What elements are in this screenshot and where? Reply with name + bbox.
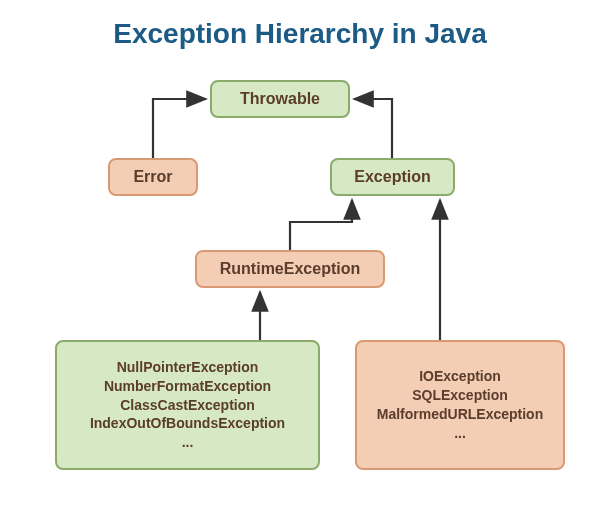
- unchecked-item: NullPointerException: [117, 358, 259, 377]
- node-exception-label: Exception: [354, 168, 430, 186]
- unchecked-item: NumberFormatException: [104, 377, 271, 396]
- unchecked-item: IndexOutOfBoundsException: [90, 414, 285, 433]
- node-throwable: Throwable: [210, 80, 350, 118]
- node-runtime-exception-label: RuntimeException: [220, 260, 360, 278]
- checked-item: ...: [454, 424, 466, 443]
- node-throwable-label: Throwable: [240, 90, 320, 108]
- checked-item: IOException: [419, 367, 501, 386]
- arrow-exception-to-throwable: [354, 99, 392, 158]
- node-error-label: Error: [133, 168, 172, 186]
- arrow-error-to-throwable: [153, 99, 206, 158]
- checked-item: MalformedURLException: [377, 405, 543, 424]
- node-unchecked-exceptions: NullPointerException NumberFormatExcepti…: [55, 340, 320, 470]
- diagram-canvas: Throwable Error Exception RuntimeExcepti…: [0, 0, 600, 510]
- checked-item: SQLException: [412, 386, 508, 405]
- unchecked-item: ...: [182, 433, 194, 452]
- node-error: Error: [108, 158, 198, 196]
- node-runtime-exception: RuntimeException: [195, 250, 385, 288]
- node-checked-exceptions: IOException SQLException MalformedURLExc…: [355, 340, 565, 470]
- arrow-runtime-to-exception: [290, 200, 352, 250]
- node-exception: Exception: [330, 158, 455, 196]
- unchecked-item: ClassCastException: [120, 396, 255, 415]
